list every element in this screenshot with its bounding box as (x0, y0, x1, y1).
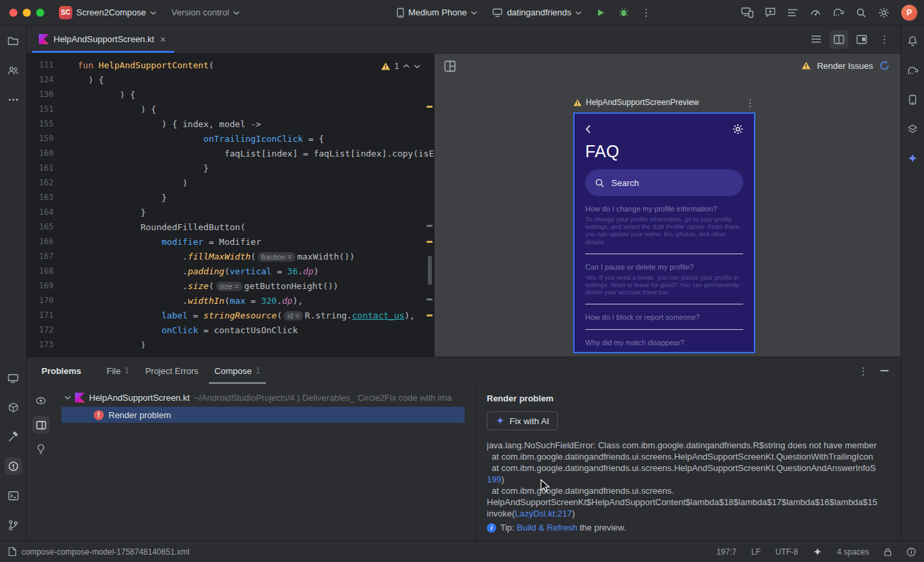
app-inspection-tool-button[interactable] (5, 399, 22, 416)
version-control-tool-button[interactable] (5, 517, 22, 534)
stripe-mark[interactable] (427, 298, 433, 300)
build-refresh-link[interactable]: Build & Refresh (517, 523, 577, 533)
code-line[interactable]: 111fun HelpAndSupportContent( (27, 58, 434, 72)
logcat-button[interactable] (783, 3, 802, 22)
settings-button[interactable] (874, 3, 893, 22)
layout-inspector-tool-button[interactable] (904, 120, 921, 138)
problems-tab-file[interactable]: File1 (98, 357, 137, 384)
quick-fix-button[interactable] (32, 440, 50, 458)
minimize-window-button[interactable] (23, 9, 31, 17)
gradle-tool-button[interactable] (904, 62, 921, 79)
chevron-down-icon[interactable] (414, 64, 420, 68)
line-number: 164 (27, 207, 54, 217)
info-circle-icon[interactable] (907, 547, 916, 557)
device-mirroring-button[interactable] (738, 3, 757, 22)
refresh-icon[interactable] (879, 60, 890, 71)
pull-requests-tool-button[interactable] (5, 62, 22, 79)
warning-stripe-mark[interactable] (427, 241, 433, 243)
file-encoding[interactable]: UTF-8 (775, 547, 798, 557)
project-tool-button[interactable] (5, 32, 22, 50)
terminal-tool-button[interactable] (5, 487, 22, 504)
close-tab-icon[interactable]: × (160, 34, 165, 45)
warning-stripe-mark[interactable] (427, 106, 433, 108)
warning-icon (801, 62, 811, 70)
problems-tool-button[interactable] (5, 458, 22, 475)
version-control-widget[interactable]: Version control (166, 4, 245, 21)
code-line[interactable]: 161 } (27, 161, 434, 175)
line-separator[interactable]: LF (751, 547, 761, 557)
ai-assistant-button[interactable] (761, 3, 779, 22)
view-options-button[interactable] (32, 392, 50, 409)
code-line[interactable]: 162 ) (27, 175, 434, 190)
code-line[interactable]: 155 ) { index, model -> (27, 116, 434, 131)
gemini-tool-button[interactable] (904, 150, 921, 167)
notifications-button[interactable] (904, 32, 921, 50)
code-line[interactable]: 173 ) (27, 337, 434, 352)
code-line[interactable]: 163 } (27, 190, 434, 205)
render-issues-label[interactable]: Render Issues (817, 61, 873, 71)
gradle-sync-button[interactable] (829, 3, 848, 22)
code-line[interactable]: 165 RoundedFilledButton( (27, 219, 434, 234)
code-line[interactable]: 168 .padding(vertical = 36.dp) (27, 264, 434, 278)
problems-tab-compose[interactable]: Compose1 (206, 357, 268, 384)
grid-view-icon (444, 60, 456, 72)
chevron-down-icon[interactable] (64, 395, 71, 399)
editor-scrollbar[interactable] (428, 256, 432, 285)
editor-tab[interactable]: HelpAndSupportScreen.kt × (32, 25, 174, 53)
zoom-window-button[interactable] (36, 9, 44, 17)
compose-preview-phone[interactable]: FAQ Search How do I change my profile in… (573, 112, 755, 353)
code-line[interactable]: 159 onTrailingIconClick = { (27, 131, 434, 146)
run-configuration-widget[interactable]: datingandfriends (487, 4, 587, 21)
debug-button[interactable] (614, 3, 633, 22)
lock-icon[interactable] (884, 547, 892, 557)
code-line[interactable]: 124 ) { (27, 72, 434, 87)
avatar[interactable]: P (901, 5, 917, 21)
editor-more-button[interactable]: ⋮ (875, 30, 894, 49)
running-devices-tool-button[interactable] (5, 369, 22, 387)
show-preview-button[interactable] (32, 416, 50, 434)
stripe-mark[interactable] (427, 225, 433, 227)
run-button[interactable] (591, 3, 610, 22)
problems-tab-project-errors[interactable]: Project Errors (137, 357, 206, 384)
device-selector[interactable]: Medium Phone (391, 4, 483, 21)
indent-setting[interactable]: 4 spaces (837, 547, 869, 557)
code-line[interactable]: 169 .size(size =getButtonHeight()) (27, 278, 434, 293)
preview-menu-button[interactable]: ⋮ (745, 98, 755, 108)
hide-tool-window-button[interactable] (880, 370, 889, 371)
stack-link[interactable]: 199 (487, 474, 502, 484)
code-line[interactable]: 130 ) { (27, 87, 434, 102)
code-line[interactable]: 160 faqList[index] = faqList[index].copy… (27, 146, 434, 161)
problems-file-row[interactable]: HelpAndSupportScreen.kt ~/AndroidStudioP… (55, 389, 475, 405)
stack-link[interactable]: LazyDsl.kt:217 (515, 508, 572, 519)
code-editor[interactable]: 111fun HelpAndSupportContent(124 ) {130 … (27, 54, 434, 357)
chevron-up-icon[interactable] (403, 64, 410, 68)
code-line[interactable]: 171 label = stringResource(id =R.string.… (27, 308, 434, 322)
problem-row-selected[interactable]: ! Render problem (62, 407, 465, 423)
profiler-button[interactable] (806, 3, 825, 22)
more-tool-windows-button[interactable] (5, 91, 22, 108)
preview-name[interactable]: HelpAndSupportScreenPreview (586, 98, 741, 107)
device-manager-tool-button[interactable] (904, 91, 921, 108)
ellipsis-icon (8, 98, 19, 101)
code-line[interactable]: 166 modifier = Modifier (27, 234, 434, 249)
fix-with-ai-button[interactable]: Fix with AI (487, 411, 558, 430)
more-run-actions-button[interactable]: ⋮ (637, 3, 656, 22)
caret-position[interactable]: 197:7 (716, 547, 737, 557)
preview-view-mode-button[interactable] (444, 60, 456, 72)
project-widget[interactable]: SC Screen2Compose (54, 3, 162, 23)
search-everywhere-button[interactable] (852, 3, 870, 22)
close-window-button[interactable] (9, 9, 17, 17)
code-line[interactable]: 164 } (27, 205, 434, 219)
ai-sparkle-icon[interactable] (813, 547, 822, 557)
editor-layout-code-button[interactable] (807, 30, 826, 49)
code-line[interactable]: 167 .fillMaxWidth(fraction =maxWidth()) (27, 249, 434, 264)
build-tool-button[interactable] (5, 428, 22, 446)
code-line[interactable]: 151 ) { (27, 102, 434, 116)
code-line[interactable]: 172 onClick = contactUsOnClick (27, 322, 434, 337)
warning-stripe-mark[interactable] (427, 314, 433, 316)
inspection-widget[interactable]: 1 (378, 59, 423, 74)
editor-layout-preview-button[interactable] (852, 30, 871, 49)
editor-layout-split-button[interactable] (830, 30, 848, 49)
code-line[interactable]: 170 .widthIn(max = 320.dp), (27, 293, 434, 308)
options-menu-button[interactable]: ⋮ (858, 366, 868, 376)
